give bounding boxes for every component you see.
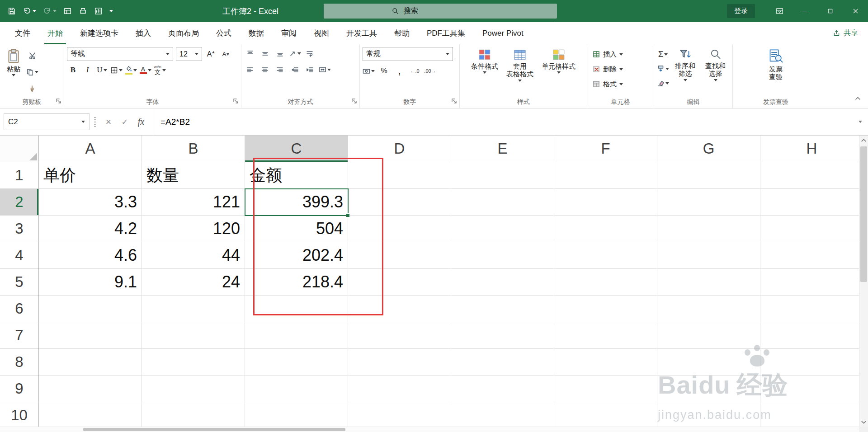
cell-D2[interactable] [348,189,451,216]
cell-D9[interactable] [348,376,451,402]
cell-H8[interactable] [760,349,859,376]
cell-H1[interactable] [760,162,859,189]
tab-页面布局[interactable]: 页面布局 [160,22,208,44]
column-header-D[interactable]: D [348,136,451,162]
fill-handle[interactable] [346,213,350,217]
cell-H7[interactable] [760,322,859,349]
cell-D5[interactable] [348,269,451,296]
cell-G10[interactable] [657,402,760,427]
enter-button[interactable]: ✓ [117,117,133,127]
tab-开始[interactable]: 开始 [39,22,71,44]
cell-H6[interactable] [760,296,859,322]
cell-G4[interactable] [657,242,760,269]
maximize-button[interactable] [817,0,843,22]
align-middle-button[interactable] [259,47,271,60]
vertical-scrollbar[interactable] [859,136,868,427]
name-box[interactable]: C2 [4,113,90,130]
column-header-E[interactable]: E [451,136,554,162]
phonetic-guide-button[interactable]: wén文 [154,64,166,76]
cell-E10[interactable] [451,402,554,427]
format-cells-button[interactable]: 格式 [590,78,651,90]
minimize-button[interactable] [792,0,817,22]
cell-E2[interactable] [451,189,554,216]
increase-indent-button[interactable] [304,63,316,76]
customize-quick-access-icon[interactable] [109,10,113,12]
vertical-scrollbar-thumb[interactable] [860,146,867,282]
decrease-indent-button[interactable] [289,63,301,76]
horizontal-scrollbar-thumb[interactable] [83,428,345,431]
cut-button[interactable] [26,49,38,61]
clear-button[interactable] [657,77,669,89]
cell-D10[interactable] [348,402,451,427]
cell-C6[interactable] [245,296,348,322]
quick-access-icon-3[interactable] [94,7,103,15]
cell-B5[interactable]: 24 [142,269,245,296]
quick-access-icon-2[interactable] [79,7,87,15]
cell-C8[interactable] [245,349,348,376]
row-header-8[interactable]: 8 [0,349,38,376]
collapse-ribbon-icon[interactable] [854,95,862,104]
row-header-1[interactable]: 1 [0,162,38,189]
cell-B4[interactable]: 44 [142,242,245,269]
delete-cells-button[interactable]: 删除 [590,63,651,75]
cell-A6[interactable] [39,296,142,322]
cell-H10[interactable] [760,402,859,427]
scroll-up-icon[interactable] [859,136,868,145]
row-header-2[interactable]: 2 [0,189,38,216]
cell-G7[interactable] [657,322,760,349]
align-right-button[interactable] [274,63,286,76]
merge-center-button[interactable] [319,63,331,76]
cell-F8[interactable] [554,349,657,376]
cell-D4[interactable] [348,242,451,269]
font-size-combo[interactable]: 12 [176,47,202,61]
cell-B1[interactable]: 数量 [142,162,245,189]
cell-G5[interactable] [657,269,760,296]
row-header-7[interactable]: 7 [0,322,38,349]
fill-color-button[interactable] [125,64,137,76]
cell-A10[interactable] [39,402,142,427]
cell-C7[interactable] [245,322,348,349]
underline-button[interactable]: U [96,64,108,76]
cell-D6[interactable] [348,296,451,322]
cell-A8[interactable] [39,349,142,376]
cell-B9[interactable] [142,376,245,402]
tab-公式[interactable]: 公式 [208,22,240,44]
cell-A5[interactable]: 9.1 [39,269,142,296]
row-header-3[interactable]: 3 [0,216,38,242]
align-center-button[interactable] [259,63,271,76]
invoice-check-button[interactable]: 发票查验 [765,47,787,82]
cell-E9[interactable] [451,376,554,402]
orientation-button[interactable] [289,47,301,60]
cell-A4[interactable]: 4.6 [39,242,142,269]
tab-文件[interactable]: 文件 [6,22,39,44]
save-icon[interactable] [7,7,16,15]
horizontal-scrollbar[interactable] [0,427,859,432]
tab-开发工具[interactable]: 开发工具 [338,22,386,44]
cell-B3[interactable]: 120 [142,216,245,242]
cell-E7[interactable] [451,322,554,349]
decrease-font-size-button[interactable]: A [220,48,232,61]
cell-F7[interactable] [554,322,657,349]
cell-A7[interactable] [39,322,142,349]
column-header-G[interactable]: G [657,136,760,162]
cell-H3[interactable] [760,216,859,242]
cell-C9[interactable] [245,376,348,402]
cell-D3[interactable] [348,216,451,242]
row-header-9[interactable]: 9 [0,376,38,402]
row-header-6[interactable]: 6 [0,296,38,322]
cell-E8[interactable] [451,349,554,376]
cell-C5[interactable]: 218.4 [245,269,348,296]
paste-button[interactable]: 粘贴 [3,47,24,78]
cell-B7[interactable] [142,322,245,349]
align-top-button[interactable] [244,47,256,60]
redo-icon[interactable] [43,7,57,15]
cell-B8[interactable] [142,349,245,376]
cell-F6[interactable] [554,296,657,322]
cell-H5[interactable] [760,269,859,296]
column-header-F[interactable]: F [554,136,657,162]
cell-G6[interactable] [657,296,760,322]
align-left-button[interactable] [244,63,256,76]
fill-button[interactable] [657,62,669,75]
percent-style-button[interactable]: % [378,65,390,77]
cell-E6[interactable] [451,296,554,322]
